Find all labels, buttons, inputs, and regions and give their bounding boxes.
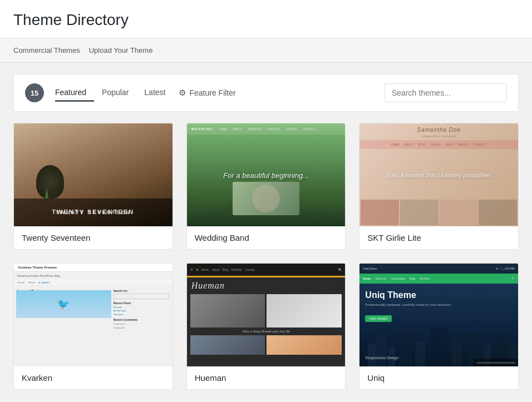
theme-name-skt-girlie-lite: SKT Girlie Lite [367,233,510,242]
theme-name-kvarken: Kvarken [22,373,165,383]
tab-latest[interactable]: Latest [136,85,173,102]
theme-count-badge: 15 [25,83,44,102]
theme-card-hueman[interactable]: ☰ ★ Home About Blog Portfolio Contact 🔍 … [186,263,346,390]
theme-card-wedding-band[interactable]: WEDDING HOME ABOUT SERVICES GALLERY EVEN… [186,123,346,250]
theme-card-uniq[interactable]: Uniq Demo ✉ 📞 123-456 Home About Us Shor… [359,263,519,390]
theme-name-twenty-seventeen: Twenty Seventeen [22,233,165,242]
theme-screenshot-wedding-band: WEDDING HOME ABOUT SERVICES GALLERY EVEN… [187,123,346,226]
page-header: Theme Directory [0,0,532,38]
feature-filter-button[interactable]: ⚙ Feature Filter [173,85,241,101]
theme-screenshot-hueman: ☰ ★ Home About Blog Portfolio Contact 🔍 … [187,264,346,366]
theme-info-hueman: Hueman [187,366,346,389]
theme-name-wedding-band: Wedding Band [195,233,338,242]
theme-card-kvarken[interactable]: Kvarken Theme Preview Powering Another W… [13,263,173,390]
theme-screenshot-kvarken: Kvarken Theme Preview Powering Another W… [14,264,173,366]
feature-filter-label: Feature Filter [189,88,235,97]
gear-icon: ⚙ [179,88,186,98]
theme-info-uniq: Uniq [359,366,518,389]
nav-commercial-themes[interactable]: Commercial Themes [13,38,89,62]
theme-name-uniq: Uniq [367,373,510,383]
theme-info-skt-girlie-lite: SKT Girlie Lite [359,226,518,249]
search-input[interactable] [385,83,507,102]
theme-screenshot-uniq: Uniq Demo ✉ 📞 123-456 Home About Us Shor… [359,264,518,366]
main-content: 15 Featured Popular Latest ⚙ Feature Fil… [0,63,532,401]
theme-name-hueman: Hueman [195,373,338,383]
tab-popular[interactable]: Popular [94,85,136,102]
nav-upload-theme[interactable]: Upload Your Theme [89,38,162,62]
theme-info-wedding-band: Wedding Band [187,226,346,249]
tab-featured[interactable]: Featured [55,85,94,102]
search-box [385,83,507,102]
theme-screenshot-twenty-seventeen: TWENTY SEVENTEEN [14,123,173,226]
theme-info-twenty-seventeen: Twenty Seventeen [14,226,173,249]
theme-info-kvarken: Kvarken [14,366,173,389]
theme-screenshot-skt-girlie-lite: Samantha Doe independent consultant HOME… [359,123,518,226]
theme-card-twenty-seventeen[interactable]: TWENTY SEVENTEEN Twenty Seventeen [13,123,173,250]
theme-card-skt-girlie-lite[interactable]: Samantha Doe independent consultant HOME… [359,123,519,250]
filter-tabs: Featured Popular Latest ⚙ Feature Filter [55,85,385,102]
page-title: Theme Directory [13,11,519,29]
filters-bar: 15 Featured Popular Latest ⚙ Feature Fil… [13,74,519,112]
themes-grid: TWENTY SEVENTEEN Twenty Seventeen WEDDIN… [13,123,519,390]
nav-bar: Commercial Themes Upload Your Theme [0,38,532,63]
